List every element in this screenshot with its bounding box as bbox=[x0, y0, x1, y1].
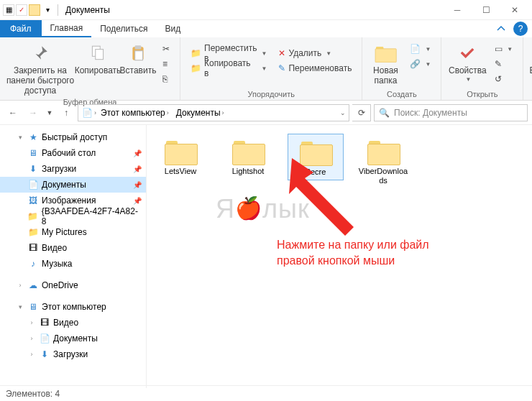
downloads-icon: ⬇ bbox=[39, 349, 50, 360]
tree-video2[interactable]: ›🎞Видео bbox=[0, 315, 146, 331]
tree-documents2[interactable]: ›📄Документы bbox=[0, 331, 146, 346]
title-separator bbox=[58, 4, 58, 16]
new-folder-button[interactable]: Новая папка bbox=[367, 40, 404, 88]
new-item-button[interactable]: 📄▼ bbox=[407, 42, 434, 56]
maximize-button[interactable]: ☐ bbox=[472, 0, 500, 20]
qat-icon-3[interactable] bbox=[29, 4, 40, 16]
tree-documents[interactable]: 📄Документы📌 bbox=[0, 177, 146, 193]
group-clipboard: Закрепить на панели быстрого доступа Коп… bbox=[0, 37, 180, 100]
select-button[interactable]: Выделить▼ bbox=[528, 40, 532, 84]
chevron-down-icon: ▼ bbox=[425, 46, 431, 52]
nav-bar: ← → ▼ ↑ 📄 › Этот компьютер› Документы› ⌄… bbox=[0, 101, 532, 125]
open-button[interactable]: ▭▼ bbox=[492, 42, 515, 56]
qat-icon-2[interactable]: ✓ bbox=[16, 4, 27, 16]
chevron-down-icon: ▼ bbox=[465, 76, 471, 83]
pin-label: Закрепить на панели быстрого доступа bbox=[6, 66, 75, 96]
pin-icon: 📌 bbox=[133, 149, 142, 157]
copy-button[interactable]: Копировать bbox=[76, 40, 119, 78]
collapse-ribbon-icon[interactable] bbox=[490, 20, 512, 37]
pin-quick-access-button[interactable]: Закрепить на панели быстрого доступа bbox=[4, 40, 76, 97]
svg-rect-1 bbox=[96, 50, 104, 60]
group-open: Свойства▼ ▭▼ ✎ ↺ Открыть bbox=[441, 37, 523, 100]
new-folder-label-2: папка bbox=[375, 76, 398, 86]
copy-path-button[interactable]: ≡ bbox=[160, 57, 173, 71]
copy-icon bbox=[86, 42, 109, 65]
up-button[interactable]: ↑ bbox=[58, 104, 75, 121]
chevron-right-icon: › bbox=[27, 335, 36, 342]
cut-button[interactable]: ✂ bbox=[160, 42, 173, 56]
tab-share[interactable]: Поделиться bbox=[91, 20, 156, 37]
forward-button[interactable]: → bbox=[24, 104, 42, 121]
pin-icon: 📌 bbox=[133, 181, 142, 189]
tree-video[interactable]: 🎞Видео bbox=[0, 240, 146, 256]
group-new-label: Создать bbox=[387, 89, 417, 98]
pc-icon: 🖥 bbox=[27, 301, 39, 313]
copy-to-button[interactable]: 📁Копировать в▼ bbox=[188, 61, 270, 75]
folder-item[interactable]: ViberDownloads bbox=[355, 134, 411, 188]
nav-tree[interactable]: ▾★Быстрый доступ 🖥Рабочий стол📌 ⬇Загрузк… bbox=[0, 125, 147, 388]
minimize-button[interactable]: ─ bbox=[443, 0, 472, 20]
properties-button[interactable]: Свойства▼ bbox=[446, 40, 489, 84]
tree-desktop[interactable]: 🖥Рабочий стол📌 bbox=[0, 145, 146, 161]
scissors-icon: ✂ bbox=[162, 44, 170, 54]
qat-icon-1[interactable]: ▦ bbox=[3, 4, 14, 16]
paste-label: Вставить bbox=[120, 66, 157, 76]
easy-icon: 🔗 bbox=[410, 59, 421, 69]
paste-button[interactable]: Вставить bbox=[119, 40, 157, 78]
tab-home[interactable]: Главная bbox=[42, 20, 92, 37]
tree-music[interactable]: ♪Музыка bbox=[0, 256, 146, 272]
search-box[interactable]: 🔍 Поиск: Документы bbox=[374, 104, 528, 121]
tree-thispc[interactable]: ▾🖥Этот компьютер bbox=[0, 299, 146, 315]
back-button[interactable]: ← bbox=[4, 104, 22, 121]
crumb-pc[interactable]: Этот компьютер› bbox=[98, 108, 172, 118]
tree-onedrive[interactable]: ›☁OneDrive bbox=[0, 277, 146, 293]
svg-rect-4 bbox=[135, 51, 143, 60]
chevron-right-icon: › bbox=[222, 109, 224, 116]
tree-guid-folder[interactable]: 📁{B3AAFDEA-42F7-4A82-8 bbox=[0, 208, 146, 224]
folder-view[interactable]: LetsView Lightshot Secre ViberDownloads bbox=[147, 125, 532, 388]
crumb-docs[interactable]: Документы› bbox=[173, 108, 227, 118]
folder-icon bbox=[366, 137, 400, 165]
music-icon: ♪ bbox=[27, 258, 39, 269]
folder-item[interactable]: LetsView bbox=[152, 134, 208, 179]
delete-button[interactable]: ✕Удалить▼ bbox=[275, 46, 354, 60]
main-area: ▾★Быстрый доступ 🖥Рабочий стол📌 ⬇Загрузк… bbox=[0, 125, 532, 388]
chevron-right-icon: › bbox=[94, 109, 96, 116]
address-dropdown-icon[interactable]: ⌄ bbox=[340, 109, 346, 116]
folder-icon: 📁 bbox=[27, 211, 39, 222]
tab-view[interactable]: Вид bbox=[156, 20, 189, 37]
properties-icon bbox=[456, 42, 479, 65]
close-button[interactable]: ✕ bbox=[500, 0, 529, 20]
copy-to-label: Копировать в bbox=[204, 58, 257, 78]
group-organize: 📁Переместить в▼ 📁Копировать в▼ ✕Удалить▼… bbox=[180, 37, 362, 100]
svg-rect-3 bbox=[135, 45, 142, 49]
tree-mypictures[interactable]: 📁My Pictures bbox=[0, 224, 146, 240]
paste-shortcut-button[interactable]: ⎘ bbox=[160, 72, 173, 86]
tree-quick-access[interactable]: ▾★Быстрый доступ bbox=[0, 129, 146, 145]
edit-button[interactable]: ✎ bbox=[492, 57, 515, 71]
new-folder-label-1: Новая bbox=[373, 66, 398, 76]
tree-downloads2[interactable]: ›⬇Загрузки bbox=[0, 346, 146, 362]
folder-icon bbox=[163, 137, 198, 165]
qat-overflow[interactable]: ▾ bbox=[42, 4, 53, 16]
chevron-right-icon: › bbox=[27, 351, 36, 358]
new-folder-icon bbox=[374, 42, 397, 65]
tree-downloads[interactable]: ⬇Загрузки📌 bbox=[0, 161, 146, 177]
group-select: Выделить▼ bbox=[523, 37, 532, 100]
history-button[interactable]: ↺ bbox=[492, 72, 515, 86]
group-organize-label: Упорядочить bbox=[247, 89, 294, 98]
folder-item[interactable]: Lightshot bbox=[220, 134, 276, 179]
help-icon[interactable]: ? bbox=[513, 22, 528, 36]
refresh-button[interactable]: ⟳ bbox=[352, 104, 371, 121]
history-icon: ↺ bbox=[495, 74, 502, 84]
easy-access-button[interactable]: 🔗▼ bbox=[407, 57, 434, 71]
recent-locations-button[interactable]: ▼ bbox=[45, 104, 55, 121]
address-bar[interactable]: 📄 › Этот компьютер› Документы› ⌄ bbox=[78, 104, 349, 121]
tab-file[interactable]: Файл bbox=[0, 20, 42, 37]
folder-item-selected[interactable]: Secre bbox=[288, 134, 344, 180]
open-icon: ▭ bbox=[495, 44, 503, 54]
path-icon: ≡ bbox=[162, 59, 168, 69]
group-new: Новая папка 📄▼ 🔗▼ Создать bbox=[362, 37, 441, 100]
paste-icon bbox=[127, 42, 150, 65]
rename-button[interactable]: ✎Переименовать bbox=[275, 61, 354, 75]
